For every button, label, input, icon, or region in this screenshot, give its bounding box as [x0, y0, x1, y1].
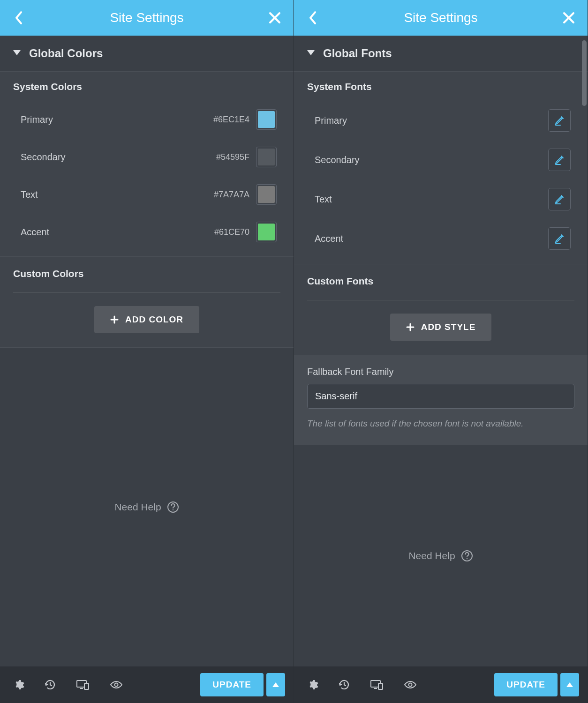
fallback-label: Fallback Font Family [307, 366, 574, 377]
swatch-fill [258, 224, 275, 240]
preview-icon[interactable] [404, 680, 417, 689]
svg-rect-10 [84, 683, 89, 689]
add-style-label: ADD STYLE [421, 322, 476, 332]
help-area: Need Help [294, 445, 588, 667]
divider [13, 292, 280, 293]
update-button[interactable]: UPDATE [200, 673, 264, 696]
svg-point-11 [115, 683, 118, 687]
panel-global-fonts: Site Settings Global Fonts System Fonts … [294, 0, 588, 703]
color-row-accent: Accent #61CE70 [13, 213, 280, 251]
edit-font-button-accent[interactable] [548, 227, 571, 250]
header-bar: Site Settings [0, 0, 294, 36]
scrollbar-thumb[interactable] [582, 40, 587, 106]
need-help-label: Need Help [114, 501, 161, 513]
section-title: Global Fonts [323, 47, 392, 60]
color-label: Primary [21, 114, 213, 125]
color-swatch-text[interactable] [256, 184, 277, 205]
add-style-button[interactable]: ADD STYLE [390, 314, 492, 341]
swatch-fill [258, 186, 275, 203]
custom-fonts-section: Custom Fonts ADD STYLE [294, 264, 588, 355]
settings-icon[interactable] [307, 679, 318, 690]
svg-marker-28 [566, 682, 573, 687]
back-button[interactable] [11, 10, 26, 25]
close-button[interactable] [561, 10, 576, 25]
font-label: Primary [315, 115, 548, 126]
font-label: Secondary [315, 155, 548, 165]
svg-marker-2 [13, 50, 21, 55]
section-toggle-global-colors[interactable]: Global Colors [0, 36, 294, 72]
color-label: Accent [21, 227, 214, 238]
swatch-fill [258, 149, 275, 165]
back-button[interactable] [305, 10, 320, 25]
color-hex: #6EC1E4 [213, 115, 249, 125]
header-title: Site Settings [320, 10, 561, 25]
font-label: Text [315, 194, 548, 205]
color-label: Secondary [21, 152, 216, 163]
fallback-hint: The list of fonts used if the chosen fon… [307, 417, 574, 431]
panel-global-colors: Site Settings Global Colors System Color… [0, 0, 294, 703]
custom-fonts-title: Custom Fonts [307, 276, 574, 287]
custom-colors-section: Custom Colors ADD COLOR [0, 257, 294, 348]
settings-icon[interactable] [13, 679, 24, 690]
svg-marker-12 [272, 682, 279, 687]
color-swatch-secondary[interactable] [256, 147, 277, 167]
custom-colors-title: Custom Colors [13, 268, 280, 279]
divider [307, 300, 574, 300]
svg-marker-15 [307, 50, 315, 55]
responsive-icon[interactable] [76, 679, 90, 690]
font-row-accent: Accent [307, 219, 574, 258]
svg-rect-26 [378, 683, 383, 689]
need-help-link[interactable]: Need Help [408, 550, 473, 562]
add-color-label: ADD COLOR [125, 314, 183, 325]
color-row-text: Text #7A7A7A [13, 176, 280, 213]
color-hex: #54595F [216, 152, 249, 162]
color-label: Text [21, 189, 214, 200]
system-fonts-section: System Fonts Primary Secondary Text Acce… [294, 72, 588, 264]
header-title: Site Settings [26, 10, 267, 25]
system-colors-title: System Colors [13, 81, 280, 92]
header-bar: Site Settings [294, 0, 588, 36]
swatch-fill [258, 111, 275, 128]
color-swatch-accent[interactable] [256, 222, 277, 242]
color-hex: #61CE70 [214, 227, 249, 237]
footer-toolbar: UPDATE [0, 666, 294, 703]
section-toggle-global-fonts[interactable]: Global Fonts [294, 36, 588, 72]
font-label: Accent [315, 233, 548, 244]
help-area: Need Help [0, 348, 294, 666]
fallback-font-section: Fallback Font Family Sans-serif The list… [294, 355, 588, 445]
close-button[interactable] [267, 10, 282, 25]
svg-point-27 [409, 683, 412, 687]
need-help-link[interactable]: Need Help [114, 501, 179, 513]
edit-font-button-primary[interactable] [548, 109, 571, 132]
color-swatch-primary[interactable] [256, 109, 277, 130]
update-button[interactable]: UPDATE [494, 673, 558, 696]
system-fonts-title: System Fonts [307, 81, 574, 92]
system-colors-section: System Colors Primary #6EC1E4 Secondary … [0, 72, 294, 257]
add-color-button[interactable]: ADD COLOR [94, 306, 199, 333]
font-row-text: Text [307, 179, 574, 219]
history-icon[interactable] [44, 679, 56, 691]
svg-point-6 [172, 509, 173, 510]
color-hex: #7A7A7A [214, 190, 249, 200]
preview-icon[interactable] [110, 680, 123, 689]
update-options-button[interactable] [266, 673, 285, 696]
responsive-icon[interactable] [370, 679, 384, 690]
caret-down-icon [307, 49, 315, 58]
svg-point-23 [466, 558, 467, 559]
edit-font-button-text[interactable] [548, 188, 571, 210]
color-row-secondary: Secondary #54595F [13, 138, 280, 176]
fallback-font-select[interactable]: Sans-serif [307, 384, 574, 409]
font-row-secondary: Secondary [307, 140, 574, 179]
footer-toolbar: UPDATE [294, 666, 588, 703]
caret-down-icon [13, 49, 21, 58]
color-row-primary: Primary #6EC1E4 [13, 101, 280, 138]
edit-font-button-secondary[interactable] [548, 149, 571, 171]
section-title: Global Colors [29, 47, 103, 60]
font-row-primary: Primary [307, 101, 574, 140]
history-icon[interactable] [338, 679, 350, 691]
need-help-label: Need Help [408, 550, 455, 561]
update-options-button[interactable] [560, 673, 579, 696]
